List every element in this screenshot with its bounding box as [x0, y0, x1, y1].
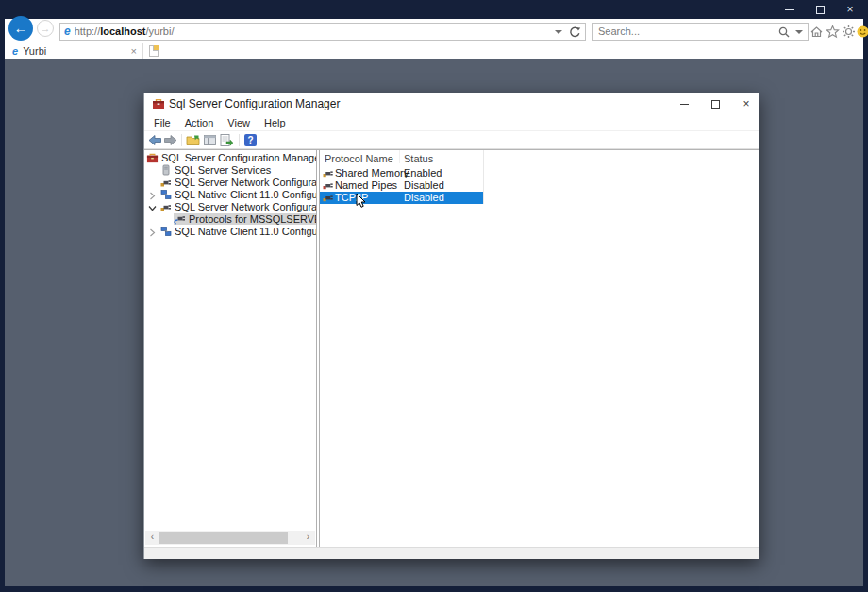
home-icon[interactable] [810, 25, 824, 39]
list-row-named-pipes[interactable]: Named Pipes Disabled [320, 179, 757, 192]
browser-minimize-button[interactable] [777, 0, 802, 19]
browser-tabbar: eYurbi × [5, 43, 863, 59]
toolbar-export-list-icon[interactable] [219, 133, 233, 147]
native-client-icon [160, 226, 172, 240]
scroll-left-icon[interactable]: ‹ [145, 531, 159, 545]
toolbar-separator [181, 134, 182, 146]
tree-item-native-client-32bit[interactable]: SQL Native Client 11.0 Configuration (32… [144, 189, 317, 201]
tree-item-protocols-mssqlserver[interactable]: Protocols for MSSQLSERVER [174, 213, 317, 226]
menu-view[interactable]: View [227, 117, 250, 128]
app-close-button[interactable]: × [735, 93, 758, 114]
sql-config-manager-window: Sql Server Configuration Manager × File … [143, 93, 760, 559]
refresh-icon[interactable] [568, 25, 581, 43]
back-button[interactable]: ← [8, 16, 33, 41]
app-minimize-button[interactable] [673, 93, 695, 114]
maximize-icon [816, 6, 825, 14]
list-row-tcp-ip[interactable]: TCP/IP Disabled [320, 192, 483, 204]
tree-item-server-network-config[interactable]: SQL Server Network Configuration [144, 201, 317, 213]
scroll-right-icon[interactable]: › [301, 531, 315, 545]
back-arrow-icon: ← [14, 20, 28, 36]
minimize-icon [680, 104, 689, 105]
toolbar-folder-icon[interactable] [186, 133, 200, 147]
minimize-icon [785, 9, 794, 10]
toolbox-app-icon [152, 97, 165, 114]
chevron-down-icon[interactable] [148, 203, 157, 215]
settings-gear-icon[interactable] [842, 25, 856, 39]
tree-selection: Protocols for MSSQLSERVER [174, 213, 317, 225]
browser-window: × ← → ehttp://localhost/yurbi/ Search... [0, 0, 868, 592]
browser-close-button[interactable]: × [838, 0, 862, 19]
page-content: Sql Server Configuration Manager × File … [5, 59, 863, 586]
app-statusbar [144, 547, 759, 559]
url-path: /yurbi/ [146, 25, 175, 37]
search-dropdown-icon[interactable] [795, 30, 803, 34]
tab-yurbi[interactable]: eYurbi × [5, 43, 143, 59]
scrollbar-thumb[interactable] [159, 532, 288, 544]
console-tree-panel[interactable]: SQL Server Configuration Manager (Local)… [144, 150, 317, 547]
forward-button[interactable]: → [37, 20, 54, 37]
browser-maximize-button[interactable] [808, 0, 832, 19]
app-body: SQL Server Configuration Manager (Local)… [144, 149, 759, 547]
search-input[interactable]: Search... [592, 23, 809, 41]
toolbar-help-icon[interactable]: ? [244, 134, 257, 146]
protocols-list-panel[interactable]: Protocol Name Status Shared Memory Enabl… [319, 150, 757, 547]
app-menubar: File Action View Help [144, 114, 759, 130]
toolbar-console-tree-icon[interactable] [203, 133, 217, 147]
address-bar[interactable]: ehttp://localhost/yurbi/ [59, 23, 586, 41]
toolbar-separator [239, 134, 240, 146]
tab-title: Yurbi [23, 45, 46, 57]
app-toolbar: ? [144, 130, 759, 149]
column-header-status[interactable]: Status [404, 152, 433, 165]
url-scheme: http:// [75, 25, 101, 37]
ie-page-icon: e [12, 45, 18, 57]
tree-item-native-client[interactable]: SQL Native Client 11.0 Configuration [144, 226, 317, 238]
ie-page-icon: e [64, 25, 71, 38]
app-titlebar[interactable]: Sql Server Configuration Manager × [144, 93, 759, 114]
window-border [0, 586, 868, 592]
tree-item-sql-server-services[interactable]: SQL Server Services [144, 164, 271, 177]
window-border [863, 19, 868, 586]
new-tab-button[interactable] [149, 45, 159, 57]
maximize-icon [711, 100, 720, 109]
feedback-smiley-icon[interactable] [856, 25, 868, 39]
menu-help[interactable]: Help [264, 117, 286, 128]
menu-action[interactable]: Action [185, 117, 214, 128]
horizontal-scrollbar[interactable]: ‹ › [145, 531, 315, 545]
tree-item-network-config-32bit[interactable]: SQL Server Network Configuration (32bit) [144, 177, 317, 189]
chevron-right-icon[interactable] [149, 228, 156, 240]
tab-close-icon[interactable]: × [131, 43, 137, 59]
search-icon[interactable] [777, 25, 791, 43]
app-title: Sql Server Configuration Manager [169, 93, 340, 114]
browser-titlebar[interactable]: × [0, 0, 868, 19]
column-header-protocol-name[interactable]: Protocol Name [325, 152, 393, 165]
toolbar-forward-icon[interactable] [163, 133, 177, 147]
forward-arrow-icon: → [41, 23, 51, 34]
column-divider [399, 150, 400, 163]
toolbar-back-icon[interactable] [148, 133, 162, 147]
favorites-star-icon[interactable] [826, 25, 840, 39]
tree-item-root[interactable]: SQL Server Configuration Manager (Local) [144, 152, 317, 164]
app-maximize-button[interactable] [704, 93, 726, 114]
menu-file[interactable]: File [154, 117, 171, 128]
list-row-shared-memory[interactable]: Shared Memory Enabled [320, 167, 757, 179]
url-domain: localhost [100, 25, 145, 37]
address-dropdown-icon[interactable] [555, 30, 562, 34]
protocol-plug-icon [323, 193, 334, 206]
network-plug-icon [160, 201, 172, 215]
mouse-cursor [356, 193, 367, 212]
search-placeholder: Search... [598, 25, 640, 37]
browser-navbar: ← → ehttp://localhost/yurbi/ Search... [5, 19, 863, 43]
